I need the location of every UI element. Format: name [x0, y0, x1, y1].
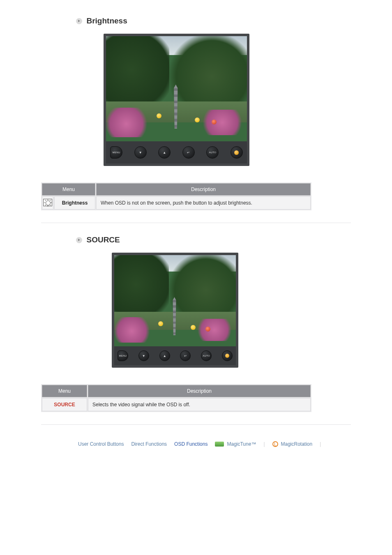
down-icon: ▼	[142, 354, 145, 358]
auto-button-label: AUTO	[203, 355, 210, 357]
enter-icon: ↵	[187, 151, 190, 154]
brightness-th-menu: Menu	[42, 183, 95, 196]
brightness-section: Brightness MENU ▼ ▲ ↵	[4, 16, 388, 210]
nav-user-control[interactable]: User Control Buttons	[78, 441, 124, 447]
source-heading-row: SOURCE	[76, 235, 388, 244]
nav-magictune[interactable]: MagicTune™	[215, 441, 256, 447]
source-monitor: MENU ▼ ▲ ↵ AUTO	[112, 253, 238, 368]
brightness-monitor-screen	[106, 36, 247, 141]
brightness-row-icon-cell	[42, 196, 53, 210]
table-row: Brightness When OSD is not on the screen…	[42, 196, 311, 210]
nav-osd[interactable]: OSD Functions	[174, 441, 208, 447]
source-th-menu: Menu	[42, 385, 87, 397]
brightness-table: Menu Description Bri	[41, 182, 311, 210]
down-button[interactable]: ▼	[134, 146, 147, 159]
menu-button[interactable]: MENU	[118, 350, 128, 361]
power-button[interactable]	[222, 350, 233, 361]
source-row-label: SOURCE	[42, 398, 87, 411]
table-row: SOURCE Selects the video signal while th…	[42, 398, 311, 411]
menu-button-label: MENU	[119, 355, 127, 357]
bottom-nav: User Control Buttons Direct Functions OS…	[78, 437, 388, 447]
source-heading: SOURCE	[86, 235, 120, 244]
nav-separator: |	[320, 441, 321, 447]
brightness-monitor-controls: MENU ▼ ▲ ↵ AUTO	[106, 141, 247, 164]
menu-button[interactable]: MENU	[110, 146, 122, 159]
auto-button[interactable]: AUTO	[206, 146, 219, 159]
source-monitor-screen	[114, 255, 236, 346]
source-monitor-controls: MENU ▼ ▲ ↵ AUTO	[114, 346, 236, 365]
power-icon	[225, 354, 229, 358]
nav-magicrotation-label: MagicRotation	[281, 441, 313, 447]
nav-magictune-label: MagicTune™	[227, 441, 256, 447]
power-button[interactable]	[231, 146, 243, 159]
up-button[interactable]: ▲	[159, 350, 170, 361]
bullet-icon	[76, 18, 82, 24]
source-row-desc: Selects the video signal while the OSD i…	[88, 398, 311, 411]
brightness-monitor: MENU ▼ ▲ ↵ AUTO	[104, 34, 249, 166]
nav-magicrotation[interactable]: MagicRotation	[272, 441, 313, 447]
up-button[interactable]: ▲	[158, 146, 171, 159]
up-icon: ▲	[163, 151, 166, 154]
brightness-icon	[43, 199, 52, 206]
magicrotation-icon	[272, 441, 278, 447]
source-th-desc: Description	[88, 385, 311, 397]
bullet-icon	[76, 237, 82, 243]
power-icon	[234, 150, 239, 155]
bottom-divider	[41, 424, 351, 425]
enter-icon: ↵	[184, 354, 187, 358]
brightness-heading: Brightness	[86, 16, 127, 25]
brightness-row-label: Brightness	[54, 196, 95, 210]
nav-separator: |	[263, 441, 265, 447]
brightness-row-desc: When OSD is not on the screen, push the …	[96, 196, 311, 210]
menu-button-label: MENU	[113, 151, 120, 154]
auto-button-label: AUTO	[209, 151, 216, 154]
brightness-heading-row: Brightness	[76, 16, 388, 25]
magictune-icon	[215, 442, 224, 447]
source-table: Menu Description SOURCE Selects the vide…	[41, 384, 311, 412]
nav-direct[interactable]: Direct Functions	[131, 441, 167, 447]
enter-button[interactable]: ↵	[182, 146, 195, 159]
down-icon: ▼	[139, 151, 142, 154]
source-section: SOURCE MENU ▼ ▲ ↵	[4, 235, 388, 412]
up-icon: ▲	[163, 354, 166, 358]
section-divider	[41, 223, 351, 223]
down-button[interactable]: ▼	[138, 350, 149, 361]
auto-button[interactable]: AUTO	[201, 350, 212, 361]
enter-button[interactable]: ↵	[180, 350, 191, 361]
brightness-th-desc: Description	[96, 183, 311, 196]
